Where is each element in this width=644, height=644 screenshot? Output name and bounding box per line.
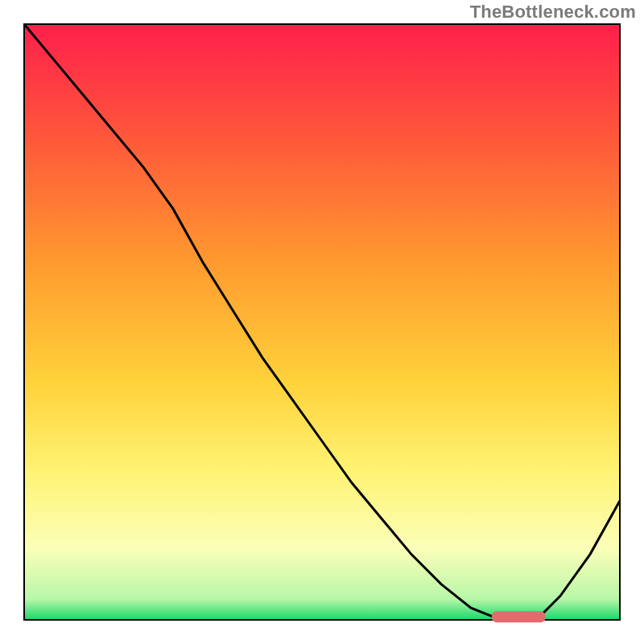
- optimal-zone-marker: [492, 611, 546, 622]
- watermark-text: TheBottleneck.com: [470, 2, 636, 23]
- bottleneck-chart: [0, 0, 644, 644]
- plot-background: [24, 24, 620, 620]
- chart-container: TheBottleneck.com: [0, 0, 644, 644]
